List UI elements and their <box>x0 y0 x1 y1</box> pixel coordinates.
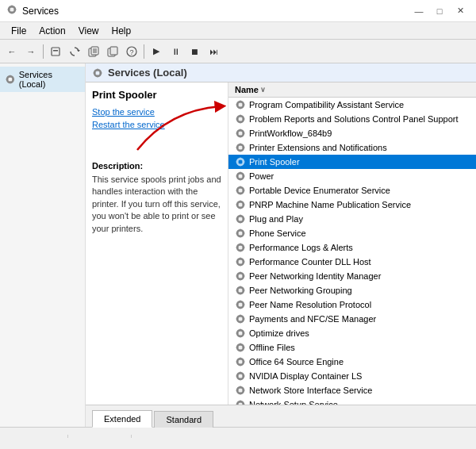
tab-standard[interactable]: Standard <box>154 411 213 428</box>
svg-rect-159 <box>240 401 241 403</box>
toolbar-play[interactable]: ▶ <box>148 43 165 60</box>
list-row[interactable]: Optimize drives <box>228 326 476 340</box>
list-row[interactable]: Network Setup Service <box>228 397 476 405</box>
service-desc-label: Description: <box>92 161 221 171</box>
list-row[interactable]: Peer Networking Grouping <box>228 283 476 297</box>
service-row-name: NVIDIA Display Container LS <box>249 371 470 381</box>
svg-point-152 <box>238 388 242 392</box>
svg-rect-144 <box>243 361 245 363</box>
service-row-name: PNRP Machine Name Publication Service <box>249 200 470 209</box>
service-row-name: Performance Counter DLL Host <box>249 257 470 267</box>
svg-point-134 <box>238 345 242 349</box>
service-row-name: Printer Extensions and Notifications <box>249 143 470 152</box>
list-row[interactable]: Program Compatibility Assistant Service <box>228 98 476 112</box>
toolbar-back[interactable]: ← <box>3 43 21 60</box>
svg-point-19 <box>8 77 12 81</box>
svg-rect-77 <box>236 204 239 205</box>
menu-help[interactable]: Help <box>106 24 138 38</box>
split-content: Print Spooler Stop the service Restart t… <box>86 83 476 405</box>
service-row-name: Peer Name Resolution Protocol <box>249 300 470 309</box>
service-row-name: Peer Networking Identity Manager <box>249 271 470 281</box>
toolbar-sep-2 <box>144 44 144 59</box>
toolbar-refresh[interactable] <box>66 43 83 60</box>
svg-rect-42 <box>243 118 245 120</box>
svg-rect-117 <box>240 301 241 303</box>
tab-extended[interactable]: Extended <box>92 410 152 428</box>
toolbar-stop[interactable]: ⏹ <box>186 43 203 60</box>
svg-rect-22 <box>6 79 9 80</box>
list-row[interactable]: Problem Reports and Solutions Control Pa… <box>228 112 476 126</box>
svg-point-68 <box>238 188 242 192</box>
list-row[interactable]: Phone Service <box>228 226 476 240</box>
list-row[interactable]: Printer Extensions and Notifications <box>228 140 476 155</box>
svg-rect-87 <box>240 229 241 232</box>
svg-point-146 <box>238 374 242 378</box>
toolbar-copy[interactable] <box>104 43 121 60</box>
stop-service-link[interactable]: Stop the service <box>92 107 221 117</box>
maximize-button[interactable]: □ <box>430 3 449 19</box>
list-row[interactable]: Performance Counter DLL Host <box>228 255 476 269</box>
svg-point-92 <box>238 245 242 249</box>
svg-rect-48 <box>243 132 245 134</box>
svg-rect-84 <box>243 218 245 220</box>
menu-file[interactable]: File <box>5 24 33 38</box>
svg-rect-47 <box>236 132 239 134</box>
svg-point-1 <box>10 7 13 11</box>
svg-rect-155 <box>236 390 239 391</box>
nav-item-services-local[interactable]: Services (Local) <box>0 67 85 92</box>
svg-rect-124 <box>240 321 241 324</box>
menu-action[interactable]: Action <box>33 24 71 38</box>
list-row[interactable]: Portable Device Enumerator Service <box>228 183 476 198</box>
menu-bar: File Action View Help <box>0 22 476 40</box>
services-list[interactable]: Name ∨ Program Compatibility Assistant S… <box>228 83 476 405</box>
toolbar-help[interactable]: ? <box>123 43 140 60</box>
column-name-header[interactable]: Name ∨ <box>235 85 470 94</box>
svg-rect-20 <box>10 75 11 78</box>
restart-service-link[interactable]: Restart the service <box>92 120 221 129</box>
svg-rect-136 <box>240 350 241 352</box>
svg-point-86 <box>238 231 242 235</box>
svg-rect-88 <box>240 236 241 238</box>
list-row[interactable]: Payments and NFC/SE Manager <box>228 312 476 326</box>
svg-point-140 <box>238 359 242 363</box>
svg-point-32 <box>238 102 242 106</box>
svg-rect-29 <box>100 72 102 74</box>
minimize-button[interactable]: — <box>409 3 428 19</box>
svg-rect-58 <box>240 164 241 167</box>
svg-rect-5 <box>14 9 17 10</box>
list-row[interactable]: Performance Logs & Alerts <box>228 240 476 255</box>
svg-point-44 <box>238 131 242 135</box>
toolbar-restart[interactable]: ⏭ <box>205 43 222 60</box>
svg-rect-35 <box>236 104 239 106</box>
list-row[interactable]: Print Spooler <box>228 155 476 169</box>
list-row[interactable]: Offline Files <box>228 340 476 355</box>
svg-point-25 <box>95 71 99 75</box>
list-row[interactable]: Network Store Interface Service <box>228 383 476 397</box>
list-row[interactable]: Peer Networking Identity Manager <box>228 269 476 283</box>
close-button[interactable]: ✕ <box>451 3 470 19</box>
svg-rect-63 <box>240 172 241 175</box>
svg-rect-66 <box>243 175 245 177</box>
toolbar-export[interactable] <box>85 43 102 60</box>
toolbar-up[interactable] <box>47 43 64 60</box>
toolbar-forward[interactable]: → <box>22 43 40 60</box>
menu-view[interactable]: View <box>72 24 106 38</box>
list-row[interactable]: PNRP Machine Name Publication Service <box>228 198 476 212</box>
svg-rect-96 <box>243 247 245 248</box>
list-row[interactable]: Plug and Play <box>228 212 476 226</box>
svg-rect-71 <box>236 190 239 191</box>
list-row[interactable]: Peer Name Resolution Protocol <box>228 297 476 312</box>
svg-point-116 <box>238 302 242 306</box>
list-row[interactable]: Office 64 Source Engine <box>228 355 476 369</box>
svg-rect-113 <box>236 290 239 291</box>
svg-rect-147 <box>240 372 241 374</box>
list-row[interactable]: PrintWorkflow_684b9 <box>228 126 476 140</box>
toolbar-pause[interactable]: ⏸ <box>167 43 184 60</box>
svg-point-38 <box>238 117 242 121</box>
list-row[interactable]: NVIDIA Display Container LS <box>228 369 476 383</box>
service-row-name: Network Store Interface Service <box>249 386 470 395</box>
list-row[interactable]: Power <box>228 169 476 183</box>
svg-point-122 <box>238 317 242 320</box>
svg-rect-135 <box>240 343 241 346</box>
svg-rect-130 <box>240 336 241 338</box>
